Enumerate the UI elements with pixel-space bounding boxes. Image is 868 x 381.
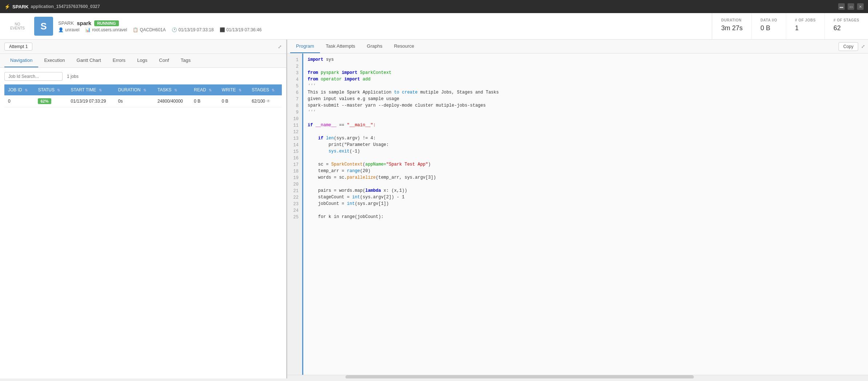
code-line: given input values e.g sample usage: [308, 96, 864, 102]
cell-status: 62%: [34, 95, 67, 107]
line-number: 11: [287, 122, 302, 128]
col-job-id[interactable]: JOB ID ⇅: [4, 84, 34, 95]
col-start-time[interactable]: START TIME ⇅: [67, 84, 115, 95]
copy-button[interactable]: Copy: [839, 42, 858, 51]
user-label: unravel: [65, 27, 79, 32]
cluster-meta: 📋 QACDH601A: [133, 27, 165, 32]
line-number: 7: [287, 96, 302, 102]
end-time-meta: ⬛ 01/13/19 07:36:46: [220, 27, 262, 32]
start-time-label: 01/13/19 07:33:18: [179, 27, 214, 32]
app-id: application_1547157637600_0327: [31, 4, 100, 9]
spark-label: SPARK: [12, 4, 29, 9]
metrics-label: root.users.unravel: [92, 27, 127, 32]
tab-program[interactable]: Program: [290, 40, 320, 53]
line-number: 25: [287, 214, 302, 220]
line-number: 8: [287, 102, 302, 109]
nav-tabs: Navigation Execution Gantt Chart Errors …: [0, 54, 286, 68]
line-number: 12: [287, 128, 302, 135]
stat-stages-label: # OF STAGES: [833, 18, 859, 22]
col-read[interactable]: READ ⇅: [190, 84, 218, 95]
col-tasks[interactable]: TASKS ⇅: [154, 84, 190, 95]
expand-left-icon[interactable]: ⤢: [278, 44, 282, 49]
cell-tasks: 24800/40000: [154, 95, 190, 107]
table-row[interactable]: 0 62% 01/13/19 07:33:29 0s 24800/40000 0…: [4, 95, 282, 107]
line-number: 19: [287, 174, 302, 181]
stat-jobs-label: # OF JOBS: [795, 18, 816, 22]
app-header: NO EVENTS S SPARK spark RUNNING 👤 unrave…: [0, 13, 868, 40]
cell-duration: 0s: [115, 95, 154, 107]
code-line: [308, 181, 864, 187]
code-line: pairs = words.map(lambda x: (x,1)): [308, 187, 864, 194]
maximize-icon[interactable]: ▭: [848, 3, 854, 10]
tab-execution[interactable]: Execution: [38, 54, 71, 67]
cell-start-time: 01/13/19 07:33:29: [67, 95, 115, 107]
status-badge: RUNNING: [94, 20, 119, 26]
code-line: from operator import add: [308, 76, 864, 83]
minimize-icon[interactable]: ▬: [838, 3, 845, 10]
line-number: 9: [287, 109, 302, 115]
search-input[interactable]: [4, 72, 63, 81]
code-content: import sys from pyspark import SparkCont…: [303, 53, 868, 375]
spark-icon: ⚡: [4, 4, 10, 9]
code-line: sc = SparkContext(appName="Spark Test Ap…: [308, 161, 864, 168]
start-time-meta: 🕐 01/13/19 07:33:18: [172, 27, 214, 32]
stat-duration-label: DURATION: [721, 18, 743, 22]
user-meta: 👤 unravel: [58, 27, 79, 32]
tab-tags[interactable]: Tags: [175, 54, 196, 67]
stat-data-io: DATA I/O 0 B: [751, 13, 786, 39]
app-icon: S: [34, 17, 53, 36]
line-number: 2: [287, 63, 302, 70]
line-number: 14: [287, 142, 302, 148]
code-line: ''': [308, 83, 864, 89]
tab-task-attempts[interactable]: Task Attempts: [320, 40, 361, 53]
code-line: print("Parameter Usage:: [308, 142, 864, 148]
scroll-thumb: [345, 375, 694, 378]
horizontal-scrollbar[interactable]: [287, 375, 868, 378]
col-write[interactable]: WRITE ⇅: [218, 84, 248, 95]
window-controls: ▬ ▭ ✕: [838, 3, 864, 10]
cluster-label: QACDH601A: [140, 27, 165, 32]
tab-errors[interactable]: Errors: [107, 54, 131, 67]
app-stats: DURATION 3m 27s DATA I/O 0 B # OF JOBS 1…: [712, 13, 868, 39]
app-type-label: SPARK: [58, 20, 74, 26]
code-line: words = sc.parallelize(temp_arr, sys.arg…: [308, 174, 864, 181]
code-line: [308, 115, 864, 122]
end-time-label: 01/13/19 07:36:46: [227, 27, 262, 32]
tab-graphs[interactable]: Graphs: [361, 40, 388, 53]
stat-jobs-value: 1: [795, 24, 816, 32]
col-duration[interactable]: DURATION ⇅: [115, 84, 154, 95]
app-meta: 👤 unravel 📊 root.users.unravel 📋 QACDH60…: [58, 27, 261, 32]
panel-content: 1 jobs JOB ID ⇅ STATUS ⇅ START TIME ⇅ DU…: [0, 68, 286, 378]
code-line: This is sample Spark Application to crea…: [308, 89, 864, 96]
code-line: stageCount = int(sys.argv[2]) - 1: [308, 194, 864, 201]
stat-data-io-value: 0 B: [760, 24, 777, 32]
code-area[interactable]: 1234567891011121314151617181920212223242…: [287, 53, 868, 375]
top-bar: ⚡ SPARK application_1547157637600_0327 ▬…: [0, 0, 868, 13]
attempt-tab[interactable]: Attempt 1: [4, 43, 32, 51]
col-status[interactable]: STATUS ⇅: [34, 84, 67, 95]
line-number: 21: [287, 187, 302, 194]
tab-navigation[interactable]: Navigation: [4, 54, 38, 67]
expand-right-icon[interactable]: ⤢: [861, 44, 865, 49]
line-numbers: 1234567891011121314151617181920212223242…: [287, 53, 303, 375]
line-number: 17: [287, 161, 302, 168]
tab-resource[interactable]: Resource: [388, 40, 420, 53]
clock-icon: 🕐: [172, 27, 177, 32]
code-lines: 1234567891011121314151617181920212223242…: [287, 53, 868, 375]
tab-gantt-chart[interactable]: Gantt Chart: [71, 54, 107, 67]
code-line: if __name__ == "__main__":: [308, 122, 864, 128]
line-number: 22: [287, 194, 302, 201]
user-icon: 👤: [58, 27, 64, 32]
right-tabs-right: Copy ⤢: [839, 42, 865, 51]
line-number: 10: [287, 115, 302, 122]
cluster-icon: 📋: [133, 27, 138, 32]
end-icon: ⬛: [220, 27, 225, 32]
col-stages[interactable]: STAGES ⇅: [248, 84, 282, 95]
tab-conf[interactable]: Conf: [153, 54, 175, 67]
tab-logs[interactable]: Logs: [131, 54, 153, 67]
code-line: [308, 155, 864, 161]
line-number: 5: [287, 83, 302, 89]
close-icon[interactable]: ✕: [857, 3, 864, 10]
code-line: [308, 128, 864, 135]
line-number: 15: [287, 148, 302, 155]
